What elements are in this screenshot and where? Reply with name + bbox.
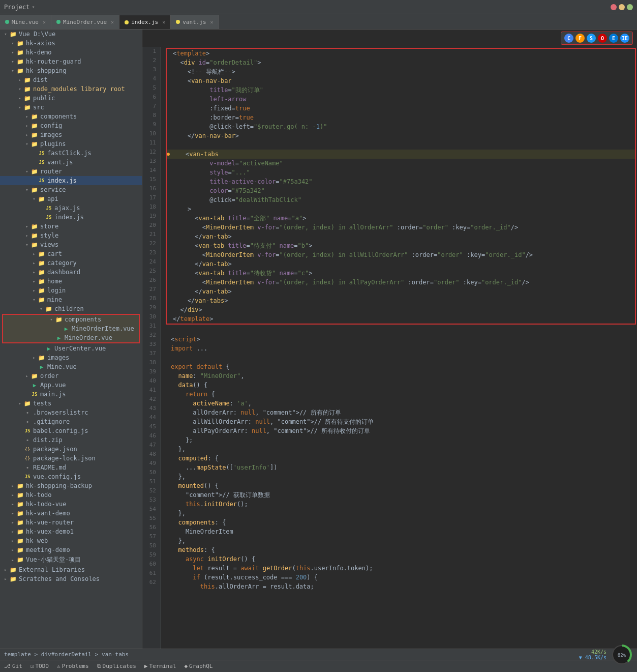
code-text: <van-tab title="全部" name="a">	[173, 214, 307, 223]
sidebar-item[interactable]: ▾📁hk-axios	[0, 39, 142, 48]
sidebar-item[interactable]: ▸📁Scratches and Consoles	[0, 574, 142, 583]
graphql-button[interactable]: ◆ GraphQL	[184, 663, 213, 669]
sidebar-item[interactable]: ▾📁components	[3, 315, 139, 324]
line-number: 61	[142, 569, 156, 578]
sidebar-item[interactable]: ▾📁plugins	[0, 139, 142, 149]
close-icon[interactable]: ✕	[162, 19, 165, 25]
sidebar-item[interactable]: ▸📁category	[0, 258, 142, 268]
code-text: >	[173, 204, 191, 214]
sidebar-item[interactable]: JSindex.js	[0, 176, 142, 185]
sidebar-item[interactable]: ▶MineOrderItem.vue	[3, 324, 139, 333]
sidebar-item[interactable]: ▶App.vue	[0, 381, 142, 390]
problems-button[interactable]: ⚠ Problems	[57, 663, 89, 669]
sidebar-item[interactable]: ▸📁hk-todo-vue	[0, 500, 142, 509]
close-icon[interactable]: ✕	[111, 19, 114, 25]
sidebar-item[interactable]: ▸📁public	[0, 94, 142, 103]
sidebar-item[interactable]: ▶MineOrder.vue	[3, 333, 139, 342]
sidebar-item[interactable]: JSfastClick.js	[0, 149, 142, 158]
sidebar-item[interactable]: {}package.json	[0, 445, 142, 454]
sidebar-item[interactable]: ▾📁hk-router-guard	[0, 57, 142, 66]
tab-mineorder-vue[interactable]: MineOrder.vue ✕	[51, 15, 119, 29]
sidebar-item[interactable]: ▸📁hk-vuex-demo1	[0, 527, 142, 536]
sidebar-item[interactable]: ▾📁api	[0, 194, 142, 203]
close-button[interactable]	[611, 4, 617, 10]
project-chevron[interactable]: ▾	[32, 4, 35, 10]
sidebar-item[interactable]: ▸📁hk-shopping-backup	[0, 481, 142, 490]
sidebar-item[interactable]: ▾📁node_modules library root	[0, 84, 142, 94]
sidebar-item[interactable]: ▸📁cart	[0, 249, 142, 258]
net-up-speed: 42K/s	[591, 649, 606, 655]
maximize-button[interactable]	[627, 4, 633, 10]
close-icon[interactable]: ✕	[210, 19, 214, 25]
sidebar-item[interactable]: ▸📁hk-web	[0, 536, 142, 545]
sidebar-item[interactable]: ▾📁views	[0, 240, 142, 249]
sidebar-item[interactable]: ▸📁order	[0, 371, 142, 381]
sidebar-item[interactable]: •.browserslistrc	[0, 408, 142, 417]
sidebar-item[interactable]: JSindex.js	[0, 213, 142, 222]
git-button[interactable]: ⎇ Git	[4, 663, 22, 669]
sidebar-item[interactable]: ▸📁style	[0, 231, 142, 240]
code-text: },	[171, 445, 186, 454]
sidebar-item[interactable]: ▾📁src	[0, 103, 142, 112]
sidebar-item[interactable]: ▸📁hk-vue-router	[0, 518, 142, 527]
sidebar-item[interactable]: ▾📁Vue D:\Vue	[0, 30, 142, 39]
sidebar-item[interactable]: ▾📁mine	[0, 295, 142, 304]
sidebar-item[interactable]: ▸📁config	[0, 121, 142, 130]
tab-mine-vue[interactable]: Mine.vue ✕	[0, 15, 51, 29]
sidebar-item[interactable]: ▾📁service	[0, 185, 142, 194]
sidebar-item[interactable]: ▸📁components	[0, 112, 142, 121]
firefox-icon[interactable]: F	[575, 34, 585, 43]
minimize-button[interactable]	[619, 4, 625, 10]
sidebar-item[interactable]: ▸📁store	[0, 222, 142, 231]
line-number: 15	[142, 175, 156, 184]
sidebar-item[interactable]: ▸📁images	[0, 130, 142, 139]
sidebar-item[interactable]: ▸📁meeting-demo	[0, 545, 142, 554]
sidebar-item[interactable]: ▸📁dashboard	[0, 268, 142, 277]
sidebar-item[interactable]: ▸📁External Libraries	[0, 565, 142, 574]
safari-icon[interactable]: S	[587, 34, 596, 43]
sidebar-item[interactable]: ▸📁hk-vant-demo	[0, 509, 142, 518]
ie-icon[interactable]: IE	[620, 34, 629, 43]
sidebar-item[interactable]: JSvant.js	[0, 158, 142, 167]
sidebar-item[interactable]: JSvue.config.js	[0, 472, 142, 481]
line-number: 51	[142, 477, 156, 486]
tab-index-js[interactable]: index.js ✕	[119, 15, 171, 29]
sidebar-item[interactable]: ▸📁dist	[0, 75, 142, 84]
sidebar-item[interactable]: ▸📁tests	[0, 399, 142, 408]
sidebar-item[interactable]: JSmain.js	[0, 390, 142, 399]
code-text: components: {	[171, 518, 226, 527]
sidebar-item[interactable]: JSajax.js	[0, 203, 142, 213]
sidebar-item[interactable]: ▸📁images	[0, 353, 142, 362]
sidebar-item[interactable]: ▶UserCenter.vue	[0, 344, 142, 353]
code-text: };	[171, 435, 193, 445]
sidebar-item[interactable]: •README.md	[0, 463, 142, 472]
terminal-button[interactable]: ▶ Terminal	[144, 663, 176, 669]
close-icon[interactable]: ✕	[43, 19, 46, 25]
sidebar-item[interactable]: ▾📁hk-demo	[0, 48, 142, 57]
sidebar-item[interactable]: •dist.zip	[0, 435, 142, 445]
sidebar-item[interactable]: ▶Mine.vue	[0, 362, 142, 371]
sidebar-item[interactable]: ▸📁login	[0, 286, 142, 295]
sidebar-item[interactable]: ▾📁children	[0, 304, 142, 313]
sidebar-item[interactable]: {}package-lock.json	[0, 454, 142, 463]
tab-mine-vue-label: Mine.vue	[12, 19, 39, 25]
chrome-icon[interactable]: C	[564, 34, 573, 43]
code-editor[interactable]: 1234567891011121314151617181920212223242…	[142, 47, 637, 649]
sidebar-item[interactable]: ▾📁hk-shopping	[0, 66, 142, 75]
line-number: 6	[142, 93, 156, 102]
todo-button[interactable]: ☑ TODO	[31, 663, 49, 669]
code-text: <MineOrderItem v-for="(order, index) in …	[173, 278, 529, 287]
sidebar-item[interactable]: •.gitignore	[0, 417, 142, 426]
duplicates-button[interactable]: ⧉ Duplicates	[97, 663, 136, 669]
code-line: @click-left="$router.go( n: -1)"	[167, 122, 635, 131]
sidebar-item[interactable]: JSbabel.config.js	[0, 426, 142, 435]
edge-icon[interactable]: E	[609, 34, 618, 43]
tab-vant-js[interactable]: vant.js ✕	[171, 15, 219, 29]
sidebar-item[interactable]: ▾📁router	[0, 167, 142, 176]
tree-item-label: Vue-小猫天堂-项目	[26, 556, 81, 564]
opera-icon[interactable]: O	[598, 34, 607, 43]
sidebar-item[interactable]: ▸📁Vue-小猫天堂-项目	[0, 554, 142, 565]
sidebar-item[interactable]: ▸📁hk-todo	[0, 490, 142, 500]
sidebar-item[interactable]: ▸📁home	[0, 277, 142, 286]
tree-file-icon: 📁	[38, 278, 46, 285]
